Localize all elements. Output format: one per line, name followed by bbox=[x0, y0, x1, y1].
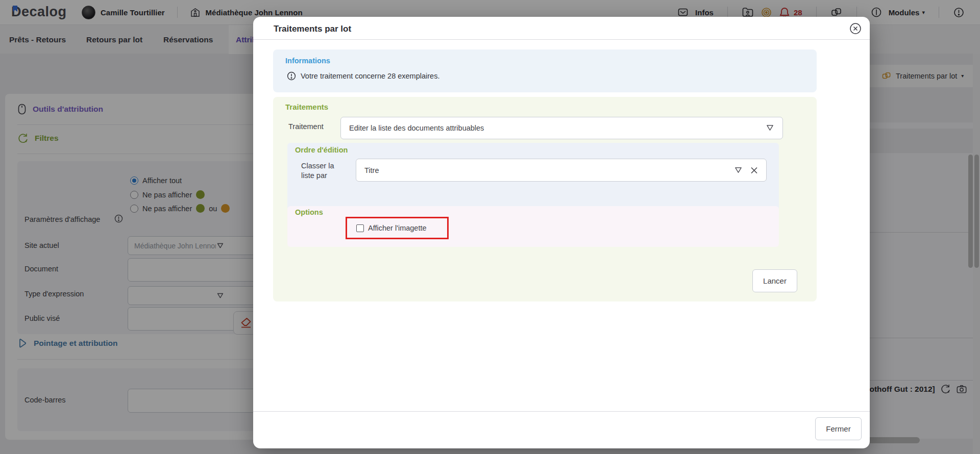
dropdown-icon bbox=[766, 124, 774, 132]
info-box-title: Informations bbox=[285, 57, 330, 65]
treatments-title: Traitements bbox=[285, 103, 328, 111]
sort-by-label: Classer la liste par bbox=[301, 161, 334, 181]
launch-button[interactable]: Lancer bbox=[752, 269, 797, 292]
treatment-label: Traitement bbox=[288, 122, 324, 131]
batch-processing-modal: Traitements par lot Informations Votre t… bbox=[253, 17, 870, 448]
app-screen: Decalog Camille Tourtillier Médiathèque … bbox=[0, 0, 980, 454]
treatments-panel: Traitements Traitement Editer la liste d… bbox=[273, 97, 817, 301]
dropdown-icon bbox=[734, 167, 743, 174]
clear-x-icon[interactable] bbox=[750, 166, 758, 174]
show-thumbnail-label: Afficher l'imagette bbox=[368, 224, 427, 232]
close-button[interactable]: Fermer bbox=[815, 417, 862, 440]
options-title: Options bbox=[295, 208, 323, 216]
edition-order-panel: Ordre d'édition Classer la liste par Tit… bbox=[287, 143, 779, 214]
divider bbox=[253, 411, 870, 412]
options-panel: Options Afficher l'imagette bbox=[287, 206, 779, 247]
show-thumbnail-checkbox[interactable] bbox=[356, 224, 364, 232]
close-icon[interactable] bbox=[849, 22, 862, 35]
info-text: Votre traitement concerne 28 exemplaires… bbox=[301, 72, 439, 80]
sort-by-select[interactable]: Titre bbox=[356, 159, 767, 182]
treatment-value: Editer la liste des documents attribuabl… bbox=[349, 124, 484, 132]
divider bbox=[253, 39, 870, 40]
info-box: Informations Votre traitement concerne 2… bbox=[273, 49, 817, 92]
edition-order-title: Ordre d'édition bbox=[295, 146, 348, 154]
sort-by-value: Titre bbox=[364, 166, 379, 174]
modal-title: Traitements par lot bbox=[274, 24, 351, 34]
treatment-select[interactable]: Editer la liste des documents attribuabl… bbox=[340, 117, 783, 139]
info-circle-icon bbox=[286, 71, 297, 81]
highlighted-option: Afficher l'imagette bbox=[346, 217, 449, 239]
